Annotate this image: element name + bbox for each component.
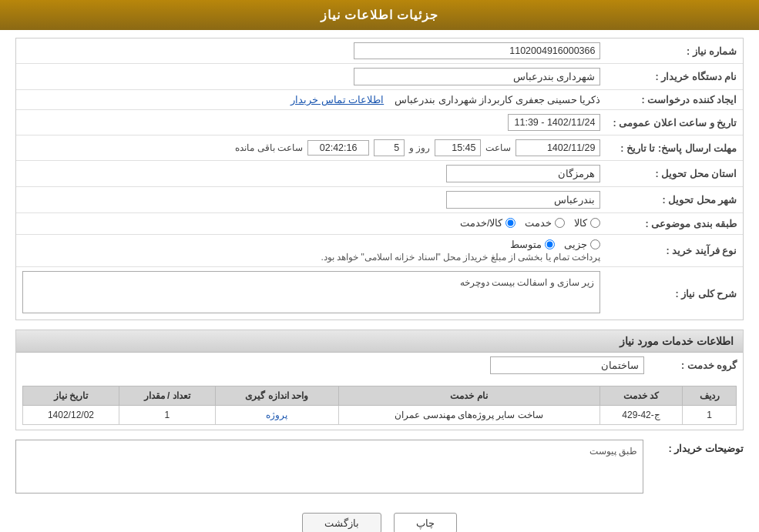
- col-tedad: تعداد / مقدار: [119, 386, 215, 406]
- ostan-input: هرمزگان: [446, 165, 600, 182]
- ostan-label: استان محل تحویل :: [606, 161, 743, 187]
- gorooh-label: گروه خدمت :: [650, 353, 743, 378]
- col-kod: کد خدمت: [599, 386, 683, 406]
- tosihaat-section: توضیحات خریدار : طبق پیوست: [15, 440, 744, 496]
- shomara-value: 1102004916000366: [16, 38, 606, 64]
- nam-dastgah-row: نام دستگاه خریدار : شهرداری بندرعباس: [16, 64, 743, 90]
- grid-tbody: 1 ج-42-429 ساخت سایر پروژه‌های مهندسی عم…: [23, 406, 737, 425]
- tabaqe-kala-option[interactable]: کالا: [574, 217, 600, 229]
- farayand-label: نوع فرآیند خرید :: [606, 235, 743, 267]
- tosihaat-placeholder: طبق پیوست: [589, 446, 637, 457]
- mohlat-value: 1402/11/29 ساعت 15:45 روز و 5 02:4: [16, 136, 606, 161]
- mohlat-roz-label: روز و: [409, 142, 430, 153]
- cell-nam: ساخت سایر پروژه‌های مهندسی عمران: [338, 406, 599, 425]
- grid-header-row: ردیف کد خدمت نام خدمت واحد اندازه گیری ت…: [23, 386, 737, 406]
- farayand-jozei-option[interactable]: جزیی: [564, 239, 600, 250]
- farayand-value: جزیی متوسط پرداخت تمام یا بخشی از مبلغ خ…: [16, 235, 606, 267]
- tabaqe-row: طبقه بندی موضوعی : کالا خدمت: [16, 213, 743, 235]
- ostan-row: استان محل تحویل : هرمزگان: [16, 161, 743, 187]
- gorooh-row: گروه خدمت : ساختمان: [16, 353, 743, 378]
- mohlat-row: مهلت ارسال پاسخ: تا تاریخ : 1402/11/29 س…: [16, 136, 743, 161]
- farayand-motavas-option[interactable]: متوسط: [510, 239, 555, 250]
- cell-tarikh: 1402/12/02: [23, 406, 119, 425]
- tosihaat-textarea[interactable]: [15, 440, 643, 494]
- shomara-label: شماره نیاز :: [606, 38, 743, 64]
- tarikh-label: تاریخ و ساعت اعلان عمومی :: [606, 110, 743, 136]
- shahr-label: شهر محل تحویل :: [606, 187, 743, 213]
- tabaqe-options: کالا خدمت کالا/خدمت: [16, 213, 606, 235]
- services-section-title: اطلاعات خدمات مورد نیاز: [16, 330, 743, 353]
- ejad-label: ایجاد کننده درخواست :: [606, 90, 743, 110]
- info-table: شماره نیاز : 1102004916000366 نام دستگاه…: [16, 38, 743, 320]
- farayand-jozei-radio[interactable]: [590, 239, 600, 249]
- cell-vahed: پروژه: [215, 406, 338, 425]
- tabaqe-khadamat-radio[interactable]: [555, 218, 565, 228]
- cell-kod: ج-42-429: [599, 406, 683, 425]
- tabaqe-kala-radio[interactable]: [590, 218, 600, 228]
- nam-dastgah-value: شهرداری بندرعباس: [16, 64, 606, 90]
- col-tarikh: تاریخ نیاز: [23, 386, 119, 406]
- mohlat-roz-input: 5: [374, 139, 405, 156]
- tabaqe-kala-khadamat-option[interactable]: کالا/خدمت: [460, 217, 516, 229]
- services-section: اطلاعات خدمات مورد نیاز گروه خدمت : ساخت…: [15, 330, 744, 430]
- tosihaat-label: توضیحات خریدار :: [651, 440, 744, 454]
- services-info-table: گروه خدمت : ساختمان: [16, 353, 743, 378]
- ejad-row: ایجاد کننده درخواست : ذکریا حسینی جعفری …: [16, 90, 743, 110]
- tabaqe-khadamat-option[interactable]: خدمت: [525, 217, 565, 229]
- nam-dastgah-label: نام دستگاه خریدار :: [606, 64, 743, 90]
- farayand-row: نوع فرآیند خرید : جزیی متوسط: [16, 235, 743, 267]
- tarikh-input: 1402/11/24 - 11:39: [508, 114, 600, 131]
- tarikh-row: تاریخ و ساعت اعلان عمومی : 1402/11/24 - …: [16, 110, 743, 136]
- ostan-value: هرمزگان: [16, 161, 606, 187]
- col-vahed: واحد اندازه گیری: [215, 386, 338, 406]
- col-radif: ردیف: [683, 386, 737, 406]
- mohlat-mande-display: 02:42:16: [307, 140, 369, 156]
- page-wrapper: جزئیات اطلاعات نیاز شماره نیاز : 1102004…: [0, 0, 759, 532]
- mohlat-time-input: 15:45: [435, 139, 481, 156]
- sharh-label: شرح کلی نیاز :: [606, 267, 743, 320]
- table-row: 1 ج-42-429 ساخت سایر پروژه‌های مهندسی عم…: [23, 406, 737, 425]
- shomara-input: 1102004916000366: [354, 42, 600, 59]
- mohlat-time-label: ساعت: [485, 142, 511, 153]
- datetime-row: 1402/11/29 ساعت 15:45 روز و 5 02:4: [22, 139, 600, 156]
- gorooh-input: ساختمان: [490, 356, 644, 374]
- page-header: جزئیات اطلاعات نیاز: [0, 0, 759, 30]
- sharh-textarea-wrapper: زیر سازی و اسفالت بیست دوچرخه: [22, 271, 600, 316]
- grid-thead: ردیف کد خدمت نام خدمت واحد اندازه گیری ت…: [23, 386, 737, 406]
- gorooh-value: ساختمان: [16, 353, 650, 378]
- shahr-row: شهر محل تحویل : بندرعباس: [16, 187, 743, 213]
- services-grid: ردیف کد خدمت نام خدمت واحد اندازه گیری ت…: [22, 386, 737, 425]
- sharh-value: زیر سازی و اسفالت بیست دوچرخه: [16, 267, 606, 320]
- page-title: جزئیات اطلاعات نیاز: [321, 8, 439, 22]
- mohlat-date-input: 1402/11/29: [516, 139, 600, 156]
- mohlat-label: مهلت ارسال پاسخ: تا تاریخ :: [606, 136, 743, 161]
- shahr-input: بندرعباس: [446, 191, 600, 209]
- ejad-value: ذکریا حسینی جعفری کاربرداز شهرداری بندرع…: [16, 90, 606, 110]
- shomara-row: شماره نیاز : 1102004916000366: [16, 38, 743, 64]
- cell-radif: 1: [683, 406, 737, 425]
- contact-link[interactable]: اطلاعات تماس خریدار: [291, 95, 384, 105]
- tosihaat-input-wrapper: طبق پیوست: [15, 440, 643, 496]
- tabaqe-radio-group: کالا خدمت کالا/خدمت: [460, 217, 600, 229]
- nam-dastgah-input: شهرداری بندرعباس: [354, 68, 600, 85]
- farayand-radio-group: جزیی متوسط: [510, 239, 600, 250]
- mohlat-mande-label: ساعت باقی مانده: [235, 142, 303, 153]
- print-button[interactable]: چاپ: [394, 513, 457, 532]
- grid-wrapper: ردیف کد خدمت نام خدمت واحد اندازه گیری ت…: [16, 378, 743, 430]
- col-nam: نام خدمت: [338, 386, 599, 406]
- sharh-overlay-text: زیر سازی و اسفالت بیست دوچرخه: [460, 277, 595, 288]
- shahr-value: بندرعباس: [16, 187, 606, 213]
- main-content: شماره نیاز : 1102004916000366 نام دستگاه…: [0, 30, 759, 532]
- tabaqe-label: طبقه بندی موضوعی :: [606, 213, 743, 235]
- farayand-note: پرداخت تمام یا بخشی از مبلغ خریداز محل "…: [321, 252, 601, 263]
- tarikh-value: 1402/11/24 - 11:39: [16, 110, 606, 136]
- general-info-section: شماره نیاز : 1102004916000366 نام دستگاه…: [15, 38, 744, 320]
- back-button[interactable]: بازگشت: [302, 513, 381, 532]
- tabaqe-kala-khadamat-radio[interactable]: [505, 218, 516, 228]
- button-row: چاپ بازگشت: [15, 504, 744, 532]
- cell-tedad: 1: [119, 406, 215, 425]
- farayand-motavas-radio[interactable]: [545, 239, 555, 249]
- sharh-row: شرح کلی نیاز : زیر سازی و اسفالت بیست دو…: [16, 267, 743, 320]
